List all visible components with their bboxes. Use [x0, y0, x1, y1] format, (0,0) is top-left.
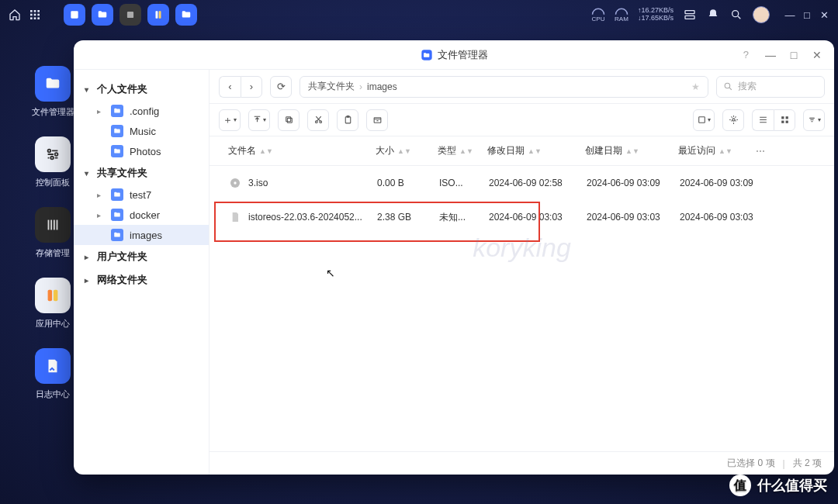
col-name[interactable]: 文件名▲▼ [228, 144, 376, 157]
sidebar-section-head[interactable]: ▾共享文件夹 [74, 161, 209, 185]
svg-rect-19 [54, 220, 55, 230]
table-row[interactable]: 3.iso0.00 BISO...2024-06-09 02:582024-06… [210, 166, 834, 200]
svg-rect-17 [48, 220, 50, 230]
desktop-app-filemanager[interactable]: 文件管理器 [31, 66, 74, 118]
desktop-app-appstore[interactable]: 应用中心 [31, 278, 74, 330]
cell-created: 2024-06-09 03:09 [587, 178, 680, 188]
sidebar-item[interactable]: ▸docker [74, 205, 209, 225]
brand-badge-icon: 值 [729, 475, 751, 496]
status-total: 共 2 项 [793, 457, 822, 470]
breadcrumb-segment[interactable]: images [367, 81, 397, 92]
maximize-icon[interactable]: □ [801, 9, 813, 21]
server-icon[interactable] [683, 8, 697, 22]
add-button[interactable]: ＋▾ [219, 109, 241, 131]
copy-button[interactable] [278, 109, 300, 131]
dock-app-4[interactable] [147, 4, 169, 26]
filemanager-window: 文件管理器 ? — □ ✕ ▾个人文件夹▸.configMusicPhotos▾… [74, 40, 834, 475]
sidebar-item[interactable]: Music [74, 121, 209, 141]
search-placeholder: 搜索 [738, 80, 757, 93]
nav-forward-button[interactable]: › [241, 76, 262, 98]
file-rows: 3.iso0.00 BISO...2024-06-09 02:582024-06… [210, 166, 834, 451]
svg-rect-34 [781, 116, 784, 119]
system-topbar: CPU RAM ↑16.27KB/s↓17.65KB/s — □ ✕ [0, 0, 838, 29]
svg-rect-1 [34, 10, 36, 12]
sidebar-item[interactable]: ▸test7 [74, 185, 209, 205]
window-titlebar: 文件管理器 ? — □ ✕ [74, 40, 834, 70]
apps-grid-icon[interactable] [28, 8, 42, 22]
win-minimize-icon[interactable]: — [760, 49, 781, 61]
win-maximize-icon[interactable]: □ [783, 49, 805, 61]
file-icon [228, 210, 242, 224]
cell-accessed: 2024-06-09 03:09 [680, 178, 757, 188]
breadcrumb-segment[interactable]: 共享文件夹 [308, 80, 355, 93]
svg-rect-0 [30, 10, 33, 12]
col-modified[interactable]: 修改日期▲▼ [487, 144, 585, 157]
cell-modified: 2024-06-09 03:03 [489, 212, 587, 223]
col-accessed[interactable]: 最近访问▲▼ [678, 144, 756, 157]
col-created[interactable]: 创建日期▲▼ [585, 144, 678, 157]
sidebar-section-head[interactable]: ▾个人文件夹 [74, 78, 209, 101]
dock-app-5[interactable] [175, 4, 197, 26]
cut-button[interactable] [307, 109, 329, 131]
external-button[interactable]: ▾ [693, 109, 715, 131]
sidebar-item[interactable]: ▸.config [74, 101, 209, 121]
svg-rect-20 [57, 220, 58, 230]
ram-gauge: RAM [615, 7, 628, 22]
home-icon[interactable] [8, 8, 22, 22]
col-more[interactable]: ⋯ [756, 146, 771, 157]
svg-rect-14 [685, 16, 694, 19]
svg-rect-10 [127, 12, 133, 18]
desktop-app-controlpanel[interactable]: 控制面板 [31, 136, 74, 188]
archive-button[interactable] [366, 109, 388, 131]
help-button[interactable]: ? [743, 49, 749, 60]
folder-icon [111, 145, 123, 157]
desktop-left-dock: 文件管理器 控制面板 存储管理 应用中心 日志中心 [31, 66, 74, 400]
col-size[interactable]: 大小▲▼ [376, 144, 438, 157]
toolbar-actions: ＋▾ ▾ ▾ ▾ [210, 104, 834, 136]
view-list-button[interactable] [752, 109, 774, 131]
star-icon[interactable]: ★ [691, 81, 700, 92]
svg-point-33 [732, 119, 734, 121]
close-icon[interactable]: ✕ [818, 9, 830, 21]
win-close-icon[interactable]: ✕ [806, 49, 828, 61]
dock-app-2[interactable] [92, 4, 113, 26]
paste-button[interactable] [337, 109, 358, 131]
sidebar-item[interactable]: images [74, 225, 209, 245]
upload-button[interactable]: ▾ [248, 109, 270, 131]
col-type[interactable]: 类型▲▼ [438, 144, 487, 157]
settings-button[interactable] [722, 109, 744, 131]
svg-point-16 [48, 150, 51, 153]
bell-icon[interactable] [706, 8, 720, 22]
sort-button[interactable]: ▾ [803, 109, 825, 131]
breadcrumb[interactable]: 共享文件夹 › images ★ [300, 76, 708, 98]
window-title: 文件管理器 [74, 48, 834, 62]
desktop-app-storage[interactable]: 存储管理 [31, 207, 74, 259]
folder-icon [111, 229, 123, 241]
refresh-button[interactable]: ⟳ [270, 76, 292, 98]
avatar[interactable] [753, 6, 770, 23]
svg-rect-6 [30, 17, 33, 19]
cell-name: istoreos-22.03.6-2024052... [248, 212, 377, 223]
table-header: 文件名▲▼ 大小▲▼ 类型▲▼ 修改日期▲▼ 创建日期▲▼ 最近访问▲▼ ⋯ [210, 136, 834, 166]
svg-rect-21 [48, 290, 53, 302]
minimize-icon[interactable]: — [784, 9, 796, 21]
search-input[interactable]: 搜索 [716, 76, 825, 98]
folder-icon [111, 125, 123, 137]
sidebar-section-head[interactable]: ▸用户文件夹 [74, 245, 209, 268]
nav-back-button[interactable]: ‹ [219, 76, 241, 98]
desktop-app-logs[interactable]: 日志中心 [31, 348, 74, 400]
cell-accessed: 2024-06-09 03:03 [680, 212, 757, 223]
dock-app-1[interactable] [64, 4, 85, 26]
sidebar-item[interactable]: Photos [74, 141, 209, 161]
sidebar-section-head[interactable]: ▸网络文件夹 [74, 268, 209, 292]
dock-app-3[interactable] [119, 4, 141, 26]
status-bar: 已选择 0 项 | 共 2 项 [210, 451, 834, 475]
chevron-right-icon: › [359, 81, 362, 92]
view-grid-button[interactable] [774, 109, 795, 131]
table-row[interactable]: istoreos-22.03.6-2024052...2.38 GB未知...2… [210, 200, 834, 234]
svg-rect-12 [159, 11, 161, 18]
cursor-icon: ↖ [326, 267, 335, 279]
search-icon[interactable] [729, 8, 743, 22]
disc-icon [228, 176, 242, 190]
svg-point-15 [732, 11, 739, 17]
